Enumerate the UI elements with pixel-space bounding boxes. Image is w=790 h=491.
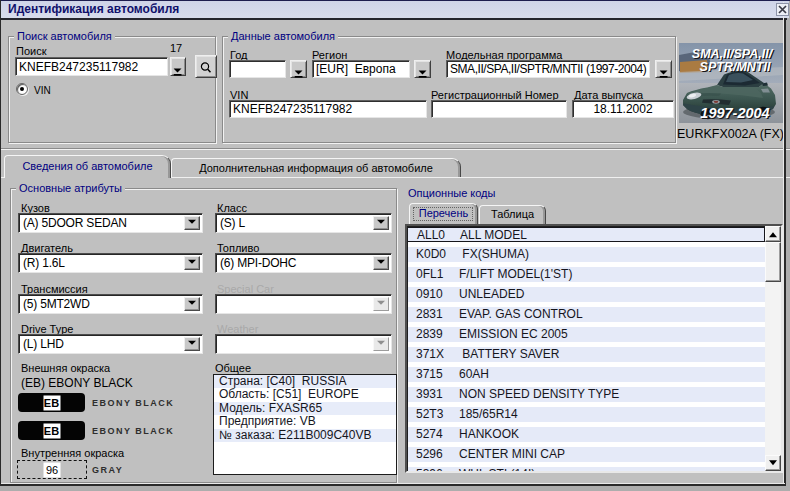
option-code: 0910 [416, 287, 443, 302]
option-row[interactable]: 371X BATTERY SAVER [407, 347, 765, 362]
option-code: 5396 [416, 467, 443, 473]
option-code: 3931 [416, 387, 443, 402]
tab-option-table[interactable]: Таблица [479, 205, 546, 224]
option-codes-title: Опционные коды [408, 187, 495, 199]
window-border-left [0, 0, 1, 486]
swatch-code: EB [43, 423, 60, 438]
option-desc: ALL MODEL [460, 228, 527, 243]
vin-radio[interactable] [16, 83, 28, 95]
class-combo[interactable]: (S) L [215, 213, 392, 233]
option-code: 5274 [416, 427, 443, 442]
option-row[interactable]: 3931NON SPEED DENSITY TYPE [407, 387, 765, 402]
option-row[interactable]: 52T3185/65R14 [407, 407, 765, 422]
engine-combo[interactable]: (R) 1.6L [18, 253, 203, 273]
tab-vehicle-info[interactable]: Сведения об автомобиле [4, 155, 171, 178]
identification-window: Идентификация автомобиля Поиск автомобил… [0, 0, 790, 491]
scroll-up-icon [769, 228, 777, 237]
exterior-swatch-1[interactable]: EB [18, 393, 85, 412]
program-dropdown-button[interactable] [655, 60, 672, 78]
search-group-title: Поиск автомобиля [14, 30, 115, 43]
option-desc: EVAP. GAS CONTROL [459, 307, 583, 322]
option-codes-list[interactable]: ALL0ALL MODEL K0D0 FX(SHUMA) 0FL1F/LIFT … [405, 224, 783, 473]
option-desc: NON SPEED DENSITY TYPE [459, 387, 619, 402]
option-desc: 60AH [459, 367, 489, 382]
tab-label: Сведения об автомобиле [22, 160, 152, 172]
exterior-color-value: (EB) EBONY BLACK [21, 377, 133, 389]
combo-arrow-icon[interactable] [373, 256, 389, 270]
combo-arrow-icon[interactable] [184, 337, 200, 351]
general-info-box: Страна: [C40] RUSSIA Область: [C51] EURO… [213, 374, 397, 475]
tab-label: Дополнительная информация об автомобиле [199, 162, 433, 174]
general-info-row: Страна: [C40] RUSSIA [214, 375, 396, 388]
scroll-down-button[interactable] [765, 455, 781, 471]
interior-swatch-name: GRAY [92, 465, 123, 475]
year-dropdown-button[interactable] [290, 60, 307, 78]
body-combo[interactable]: (A) 5DOOR SEDAN [18, 213, 203, 233]
option-code: 52T3 [416, 407, 443, 422]
option-desc: UNLEADED [459, 287, 524, 302]
region-dropdown-button[interactable] [414, 60, 431, 78]
program-input[interactable]: SMA,II/SPA,II/SPTR/MNTII (1997-2004) [446, 60, 650, 78]
transmission-combo[interactable]: (5) 5MT2WD [18, 294, 203, 314]
scrollbar-thumb[interactable] [765, 242, 781, 282]
option-row[interactable]: 371560AH [407, 367, 765, 382]
vehicle-data-group-title: Данные автомобиля [228, 30, 338, 43]
option-desc: BATTERY SAVER [459, 347, 559, 362]
combo-arrow-icon[interactable] [184, 297, 200, 311]
window-border-bottom [0, 484, 786, 486]
region-input[interactable]: [EUR] Европа [312, 60, 410, 78]
drive-type-combo[interactable]: (L) LHD [18, 334, 203, 354]
search-dropdown-button[interactable] [170, 57, 186, 76]
exterior-color-label: Внешняя окраска [21, 362, 110, 374]
general-info-row: Предприятие: VB [214, 415, 396, 428]
combo-arrow-icon[interactable] [184, 256, 200, 270]
attributes-group-title: Основные атрибуты [16, 182, 125, 195]
option-row[interactable]: 2839EMISSION EC 2005 [407, 327, 765, 342]
swatch-code: 96 [44, 462, 61, 477]
scroll-up-button[interactable] [765, 226, 781, 242]
option-code: K0D0 [416, 247, 446, 262]
tab-additional-info[interactable]: Дополнительная информация об автомобиле [171, 158, 461, 177]
registration-input[interactable] [431, 100, 567, 118]
year-input[interactable] [229, 60, 286, 78]
exterior-swatch-2[interactable]: EB [18, 421, 85, 440]
option-desc: CENTER MINI CAP [459, 447, 565, 462]
title-bar[interactable]: Идентификация автомобиля [1, 1, 789, 18]
option-list-scrollbar[interactable] [765, 226, 781, 471]
option-desc: EMISSION EC 2005 [459, 327, 568, 342]
top-separator [0, 148, 790, 150]
option-row[interactable]: ALL0ALL MODEL [407, 227, 765, 242]
window-border-right [784, 18, 786, 486]
option-row[interactable]: 5396WHL STL(14I) [407, 467, 765, 473]
option-code: ALL0 [417, 228, 445, 243]
option-row[interactable]: K0D0 FX(SHUMA) [407, 247, 765, 262]
vin-input[interactable]: KNEFB247235117982 [229, 100, 427, 118]
combo-arrow-icon [373, 337, 389, 351]
tab-option-list[interactable]: Перечень [409, 203, 478, 224]
combo-arrow-icon[interactable] [373, 216, 389, 230]
dropdown-icon [294, 65, 303, 74]
option-row[interactable]: 0910UNLEADED [407, 287, 765, 302]
option-code: 371X [416, 347, 444, 362]
option-desc: HANKOOK [459, 427, 519, 442]
close-button[interactable] [776, 3, 789, 16]
option-desc: F/LIFT MODEL(1'ST) [459, 267, 572, 282]
swatch-code: EB [43, 395, 60, 410]
tab-label: Таблица [491, 208, 534, 220]
release-date-input[interactable]: 18.11.2002 [572, 100, 674, 118]
car-photo: SMA,II/SPA,II/ SMA,II/SPA,II/ SPTR/MNTII… [679, 43, 784, 123]
interior-color-label: Внутренняя окраска [21, 447, 124, 459]
search-button[interactable] [195, 55, 217, 78]
option-row[interactable]: 0FL1F/LIFT MODEL(1'ST) [407, 267, 765, 282]
option-row[interactable]: 2831EVAP. GAS CONTROL [407, 307, 765, 322]
option-row[interactable]: 5296CENTER MINI CAP [407, 447, 765, 462]
vin-radio-label: VIN [34, 85, 51, 97]
search-input[interactable]: KNEFB247235117982 [15, 57, 168, 76]
option-row[interactable]: 5274HANKOOK [407, 427, 765, 442]
scroll-down-icon [769, 460, 777, 469]
combo-arrow-icon[interactable] [184, 216, 200, 230]
fuel-combo[interactable]: (6) MPI-DOHC [215, 253, 392, 273]
interior-swatch[interactable]: 96 [17, 460, 87, 479]
option-desc: FX(SHUMA) [459, 247, 529, 262]
window-title: Идентификация автомобиля [8, 2, 179, 16]
